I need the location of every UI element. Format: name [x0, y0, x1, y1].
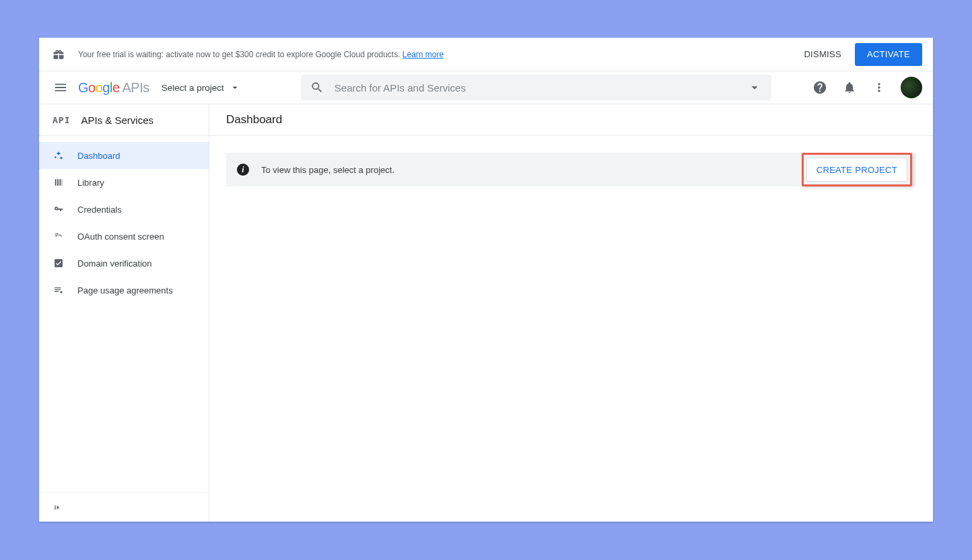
- sidebar-item-label: Dashboard: [77, 151, 120, 161]
- project-selector-label: Select a project: [162, 83, 224, 93]
- chevron-down-icon[interactable]: [747, 80, 762, 95]
- free-trial-banner: Your free trial is waiting: activate now…: [39, 38, 933, 71]
- dashboard-icon: [53, 150, 67, 161]
- key-icon: [53, 204, 67, 215]
- hamburger-menu-button[interactable]: [53, 79, 69, 96]
- agreements-icon: [53, 285, 67, 295]
- app-window: Your free trial is waiting: activate now…: [39, 38, 933, 522]
- sidebar-items: Dashboard Library Credentials: [39, 136, 209, 492]
- sidebar-footer: [39, 492, 209, 522]
- gift-icon: [53, 48, 65, 61]
- more-options-button[interactable]: [871, 79, 887, 96]
- caret-down-icon: [230, 82, 240, 93]
- main-content: i To view this page, select a project. C…: [209, 136, 933, 203]
- help-button[interactable]: [812, 79, 828, 96]
- select-project-alert: i To view this page, select a project. C…: [226, 153, 916, 186]
- logo-suffix: APIs: [123, 80, 149, 96]
- sidebar-item-label: Library: [77, 178, 104, 188]
- create-project-button[interactable]: CREATE PROJECT: [806, 158, 907, 182]
- search-icon: [310, 81, 324, 94]
- sidebar-item-label: Credentials: [77, 205, 122, 215]
- api-icon: API: [53, 115, 70, 125]
- notifications-button[interactable]: [841, 79, 858, 96]
- dismiss-button[interactable]: DISMISS: [804, 49, 841, 59]
- topbar: Google APIs Select a project: [39, 71, 933, 104]
- sidebar-item-library[interactable]: Library: [39, 169, 209, 196]
- info-icon: i: [237, 164, 249, 176]
- alert-text: To view this page, select a project.: [261, 165, 394, 175]
- learn-more-link[interactable]: Learn more: [403, 50, 444, 59]
- page-title: Dashboard: [226, 113, 282, 127]
- consent-icon: [53, 231, 67, 242]
- main: Dashboard i To view this page, select a …: [209, 104, 933, 522]
- main-header: Dashboard: [209, 104, 933, 136]
- sidebar-item-page-usage[interactable]: Page usage agreements: [39, 277, 209, 304]
- banner-message: Your free trial is waiting: activate now…: [78, 50, 403, 59]
- sidebar-header: API APIs & Services: [39, 104, 209, 136]
- sidebar-title: APIs & Services: [81, 114, 153, 126]
- verified-icon: [53, 258, 67, 269]
- library-icon: [53, 177, 67, 188]
- google-apis-logo: Google APIs: [78, 80, 149, 96]
- sidebar-item-label: OAuth consent screen: [77, 232, 164, 242]
- account-avatar[interactable]: [901, 77, 922, 98]
- sidebar-item-label: Domain verification: [77, 258, 152, 269]
- search-input[interactable]: [335, 82, 747, 94]
- collapse-sidebar-button[interactable]: [53, 502, 63, 513]
- project-selector[interactable]: Select a project: [162, 82, 240, 93]
- activate-button[interactable]: ACTIVATE: [855, 43, 922, 66]
- sidebar: API APIs & Services Dashboard Library: [39, 104, 209, 522]
- sidebar-item-domain[interactable]: Domain verification: [39, 250, 209, 277]
- sidebar-item-dashboard[interactable]: Dashboard: [39, 142, 209, 169]
- sidebar-item-credentials[interactable]: Credentials: [39, 196, 209, 223]
- create-project-highlight: CREATE PROJECT: [802, 153, 912, 186]
- banner-text: Your free trial is waiting: activate now…: [78, 50, 444, 59]
- topbar-right: [812, 77, 922, 98]
- search-bar[interactable]: [301, 75, 771, 100]
- sidebar-item-oauth[interactable]: OAuth consent screen: [39, 223, 209, 250]
- sidebar-item-label: Page usage agreements: [77, 285, 173, 295]
- body: API APIs & Services Dashboard Library: [39, 104, 933, 522]
